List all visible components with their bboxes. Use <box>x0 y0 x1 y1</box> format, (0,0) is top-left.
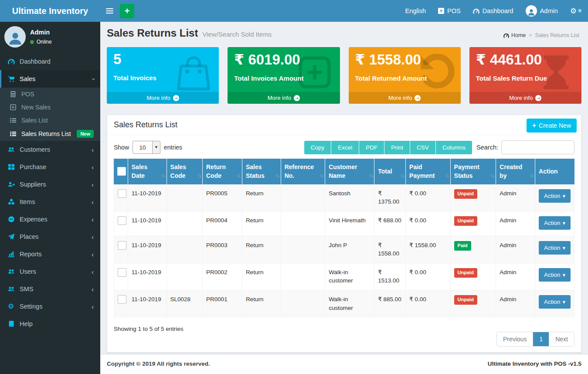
sidebar-item-new-sales[interactable]: New Sales <box>0 101 100 114</box>
col-sales-code[interactable]: Sales Code↑↓ <box>167 159 203 184</box>
next-page-button[interactable]: Next <box>549 332 574 346</box>
sidebar-item-purchase[interactable]: Purchase ‹ <box>0 158 100 176</box>
sidebar-item-items[interactable]: Items ‹ <box>0 193 100 211</box>
page-1-button[interactable]: 1 <box>533 332 549 346</box>
sidebar-item-customers[interactable]: Customers ‹ <box>0 141 100 158</box>
arrow-right-circle-icon: → <box>294 95 300 101</box>
action-dropdown-button[interactable]: Action▼ <box>539 295 571 309</box>
sidebar-item-sms[interactable]: SMS ‹ <box>0 280 100 298</box>
col-reference-no[interactable]: Reference No.↑↓ <box>281 159 325 184</box>
settings-gear-button[interactable]: ⚙⚙ <box>570 7 582 15</box>
sidebar-item-sales-returns-list[interactable]: Sales Returns List New <box>0 127 100 141</box>
table-header-row: Sales Date↑↓ Sales Code↑↓ Return Code↑↓ … <box>114 159 574 184</box>
cell-sales-code <box>167 236 203 263</box>
user-plus-icon <box>8 181 15 188</box>
list-icon <box>10 130 17 137</box>
cell-paid-payment: ₹ 0.00 <box>406 211 451 236</box>
breadcrumb-home-link[interactable]: Home <box>503 32 526 38</box>
cell-reference-no <box>281 236 325 263</box>
paper-plane-icon <box>8 233 15 240</box>
row-checkbox[interactable] <box>118 216 126 225</box>
status-badge: Unpaid <box>454 268 477 278</box>
row-checkbox[interactable] <box>118 295 126 304</box>
dashboard-label: Dashboard <box>483 7 513 14</box>
user-menu[interactable]: Admin <box>526 5 558 17</box>
cell-total: ₹ 688.00 <box>374 211 406 236</box>
chevron-left-icon: ‹ <box>92 286 94 292</box>
users-icon <box>8 268 15 275</box>
sidebar-user-status: Online <box>30 39 52 45</box>
gauge-icon <box>503 33 509 38</box>
row-checkbox[interactable] <box>118 268 126 277</box>
previous-page-button[interactable]: Previous <box>497 332 533 346</box>
search-input[interactable] <box>501 140 574 154</box>
sidebar-item-places[interactable]: Places ‹ <box>0 228 100 245</box>
caret-down-icon: ▼ <box>563 246 565 250</box>
col-sales-date[interactable]: Sales Date↑↓ <box>128 159 167 184</box>
col-payment-status[interactable]: Payment Status↑↓ <box>451 159 496 184</box>
row-checkbox[interactable] <box>118 189 126 198</box>
sidebar-item-sales-list[interactable]: Sales List <box>0 114 100 127</box>
chevron-left-icon: ‹ <box>92 146 94 153</box>
cell-return-code: PR0002 <box>203 263 242 290</box>
excel-button[interactable]: Excel <box>331 141 359 154</box>
col-customer-name[interactable]: Customer Name↑↓ <box>325 159 374 184</box>
sidebar-item-settings[interactable]: ⚙ Settings ‹ <box>0 298 100 315</box>
more-info-link[interactable]: More info→ <box>469 92 581 104</box>
select-all-checkbox[interactable] <box>117 167 126 176</box>
columns-button[interactable]: Columns <box>436 141 472 154</box>
main-content: Sales Returns ListView/Search Sold Items… <box>100 22 588 354</box>
col-return-code[interactable]: Return Code↑↓ <box>203 159 242 184</box>
select-all-header <box>114 159 128 184</box>
brand-logo[interactable]: Ultimate Inventory <box>0 0 100 22</box>
col-paid-payment[interactable]: Paid Payment↑↓ <box>406 159 451 184</box>
sidebar-item-dashboard[interactable]: Dashboard <box>0 53 100 70</box>
sidebar-item-help[interactable]: Help <box>0 315 100 333</box>
cell-sales-status: Return <box>242 184 281 211</box>
pdf-button[interactable]: PDF <box>359 141 384 154</box>
table-row: 11-10-2019 PR0003 Return John P ₹ 1558.0… <box>114 236 574 263</box>
action-dropdown-button[interactable]: Action▼ <box>539 241 571 255</box>
user-name-label: Admin <box>540 7 558 14</box>
stat-total-invoices-amount: ₹ 6019.00 Total Invoices Amount More inf… <box>228 47 340 104</box>
action-dropdown-button[interactable]: Action▼ <box>539 189 571 203</box>
language-menu[interactable]: English <box>405 7 426 14</box>
action-dropdown-button[interactable]: Action▼ <box>539 216 571 230</box>
sidebar-item-pos[interactable]: POS <box>0 88 100 101</box>
cell-action: Action▼ <box>535 263 574 290</box>
dashboard-link[interactable]: Dashboard <box>473 7 513 14</box>
col-action: Action <box>535 159 574 184</box>
sidebar-item-reports[interactable]: Reports ‹ <box>0 245 100 263</box>
sidebar-item-users[interactable]: Users ‹ <box>0 263 100 280</box>
chevron-left-icon: ‹ <box>92 199 94 205</box>
create-new-button[interactable]: +Create New <box>527 119 577 133</box>
sidebar-toggle-button[interactable] <box>106 7 113 15</box>
more-info-link[interactable]: More info→ <box>107 92 219 104</box>
row-checkbox[interactable] <box>118 241 126 250</box>
arrow-right-circle-icon: → <box>535 95 541 101</box>
more-info-link[interactable]: More info→ <box>349 92 461 104</box>
csv-button[interactable]: CSV <box>410 141 436 154</box>
col-total[interactable]: Total↑↓ <box>374 159 406 184</box>
table-row: 11-10-2019 PR0005 Return Santosh ₹ 1375.… <box>114 184 574 211</box>
cell-total: ₹ 1375.00 <box>374 184 406 211</box>
col-created-by[interactable]: Created by↑↓ <box>496 159 535 184</box>
table-info-text: Showing 1 to 5 of 5 entries <box>114 326 574 332</box>
table-row: 11-10-2019 SL0028 PR0001 Return Walk-in … <box>114 290 574 317</box>
action-dropdown-button[interactable]: Action▼ <box>539 268 571 282</box>
sidebar-item-expenses[interactable]: Expenses ‹ <box>0 211 100 228</box>
more-info-link[interactable]: More info→ <box>228 92 340 104</box>
version-label: Ultimate Inventory with POS -v1.5 <box>488 360 581 367</box>
page-length-select[interactable]: 10 ▼ <box>133 141 160 154</box>
quick-add-button[interactable]: + <box>120 4 134 18</box>
copy-button[interactable]: Copy <box>304 141 332 154</box>
chevron-left-icon: ‹ <box>92 164 94 170</box>
col-sales-status[interactable]: Sales Status↑↓ <box>242 159 281 184</box>
cell-select <box>114 290 128 317</box>
sidebar-item-suppliers[interactable]: Suppliers ‹ <box>0 176 100 193</box>
sidebar-item-sales[interactable]: Sales ‹ <box>0 70 100 88</box>
pos-link[interactable]: + POS <box>438 7 461 14</box>
calculator-icon <box>10 91 17 98</box>
cell-created-by: Admin <box>496 290 535 317</box>
print-button[interactable]: Print <box>384 141 410 154</box>
